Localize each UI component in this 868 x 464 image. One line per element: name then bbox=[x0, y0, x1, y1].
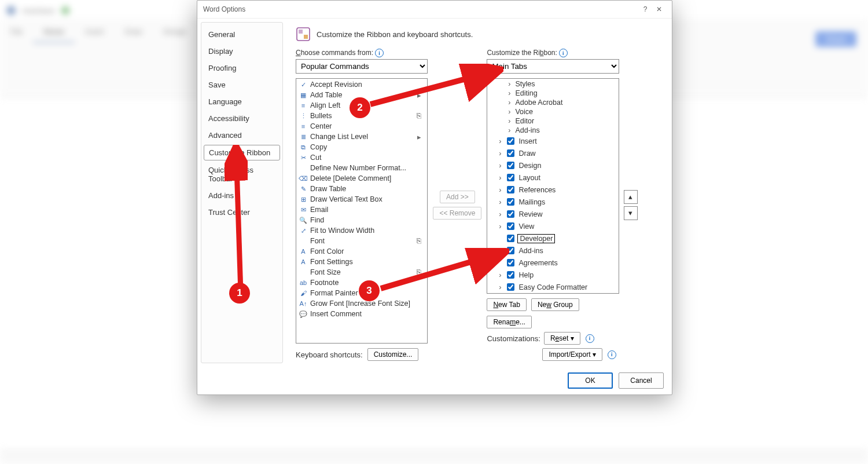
ribbon-tab-item[interactable]: Agreements bbox=[487, 257, 618, 269]
expand-icon[interactable]: › bbox=[496, 149, 503, 158]
new-group-button[interactable]: New Group bbox=[531, 298, 579, 311]
nav-item[interactable]: General bbox=[201, 26, 282, 43]
tab-checkbox[interactable] bbox=[507, 186, 514, 193]
ribbon-tab-item[interactable]: ›Help bbox=[487, 269, 618, 281]
info-icon[interactable]: i bbox=[586, 334, 594, 343]
ribbon-tab-item[interactable]: ›Mailings bbox=[487, 196, 618, 208]
expand-icon[interactable]: › bbox=[496, 210, 503, 218]
tab-checkbox[interactable] bbox=[507, 271, 514, 279]
import-export-button[interactable]: Import/Export ▾ bbox=[542, 348, 602, 361]
new-tab-button[interactable]: New Tab bbox=[487, 298, 526, 311]
nav-item[interactable]: Customize Ribbon bbox=[204, 145, 280, 160]
ribbon-tab-item[interactable]: Developer bbox=[487, 232, 618, 244]
ribbon-tab-item[interactable]: ›Insert bbox=[487, 135, 618, 147]
commands-listbox[interactable]: ✓Accept Revision▦Add Table▸≡Align Left⋮B… bbox=[296, 78, 428, 344]
tab-checkbox[interactable] bbox=[507, 149, 514, 157]
cancel-button[interactable]: Cancel bbox=[619, 372, 664, 389]
tab-checkbox[interactable] bbox=[507, 247, 514, 254]
nav-item[interactable]: Proofing bbox=[201, 60, 282, 76]
command-item[interactable]: ✎Draw Table bbox=[296, 184, 427, 194]
ribbon-tab-item[interactable]: ›Editor bbox=[487, 116, 618, 126]
info-icon[interactable]: i bbox=[608, 350, 616, 359]
ribbon-tab-item[interactable]: ›View bbox=[487, 220, 618, 232]
tab-checkbox[interactable] bbox=[507, 210, 514, 218]
tab-checkbox[interactable] bbox=[507, 162, 514, 169]
close-button[interactable]: ✕ bbox=[652, 5, 666, 13]
command-item[interactable]: ✉Email bbox=[296, 204, 427, 215]
command-item[interactable]: ≣Change List Level▸ bbox=[296, 131, 427, 142]
ribbon-tab-item[interactable]: ›Voice bbox=[487, 107, 618, 116]
expand-icon[interactable]: › bbox=[496, 271, 503, 279]
info-icon[interactable]: i bbox=[559, 49, 568, 57]
expand-icon[interactable]: › bbox=[506, 98, 513, 107]
tab-checkbox[interactable] bbox=[507, 198, 514, 206]
ribbon-tab-item[interactable]: ›Design bbox=[487, 159, 618, 171]
tab-checkbox[interactable] bbox=[507, 222, 514, 230]
expand-icon[interactable]: › bbox=[506, 89, 513, 97]
command-item[interactable]: AFont Color bbox=[296, 246, 427, 257]
nav-item[interactable]: Trust Center bbox=[201, 204, 282, 221]
command-item[interactable]: ⧉Copy bbox=[296, 142, 427, 152]
add-button[interactable]: Add >> bbox=[440, 191, 475, 203]
choose-commands-combo[interactable]: Popular Commands bbox=[296, 59, 428, 74]
nav-item[interactable]: Add-ins bbox=[201, 187, 282, 204]
expand-icon[interactable]: › bbox=[496, 283, 503, 291]
ribbon-tab-item[interactable]: ›Review bbox=[487, 208, 618, 220]
rename-button[interactable]: Rename... bbox=[487, 316, 531, 328]
ribbon-tab-item[interactable]: ›Layout bbox=[487, 171, 618, 184]
expand-icon[interactable]: › bbox=[496, 162, 503, 170]
expand-icon[interactable]: › bbox=[496, 186, 503, 194]
remove-button[interactable]: << Remove bbox=[433, 207, 481, 220]
expand-icon[interactable]: › bbox=[496, 174, 503, 182]
command-item[interactable]: Define New Number Format... bbox=[296, 163, 427, 173]
reset-button[interactable]: Reset ▾ bbox=[544, 332, 580, 345]
expand-icon[interactable]: › bbox=[506, 126, 513, 134]
command-item[interactable]: ⌫Delete [Delete Comment] bbox=[296, 173, 427, 184]
tab-checkbox[interactable] bbox=[507, 283, 514, 291]
expand-icon[interactable]: › bbox=[506, 117, 513, 125]
ribbon-tab-item[interactable]: ›Add-ins bbox=[487, 126, 618, 135]
customize-keyboard-button[interactable]: Customize... bbox=[367, 348, 419, 361]
ribbon-tab-item[interactable]: ›Editing bbox=[487, 89, 618, 98]
expand-icon[interactable]: › bbox=[496, 137, 503, 145]
expand-icon[interactable]: › bbox=[496, 198, 503, 206]
ribbon-tab-item[interactable]: ›References bbox=[487, 184, 618, 196]
command-item[interactable]: A↑Grow Font [Increase Font Size] bbox=[296, 298, 427, 309]
expand-icon[interactable]: › bbox=[506, 80, 513, 88]
nav-item[interactable]: Display bbox=[201, 43, 282, 60]
command-item[interactable]: 💬Insert Comment bbox=[296, 309, 427, 319]
move-down-button[interactable]: ▾ bbox=[624, 206, 638, 220]
help-button[interactable]: ? bbox=[638, 5, 652, 13]
ok-button[interactable]: OK bbox=[568, 372, 613, 389]
command-item[interactable]: 🔍Find bbox=[296, 215, 427, 225]
command-item[interactable]: ✓Accept Revision bbox=[296, 79, 427, 90]
ribbon-tab-item[interactable]: ›Draw bbox=[487, 147, 618, 159]
nav-item[interactable]: Save bbox=[201, 76, 282, 93]
ribbon-tab-item[interactable]: ›Adobe Acrobat bbox=[487, 98, 618, 107]
tab-checkbox[interactable] bbox=[507, 235, 514, 242]
customize-ribbon-combo[interactable]: Main Tabs bbox=[487, 59, 619, 74]
info-icon[interactable]: i bbox=[375, 49, 384, 57]
command-item[interactable]: Font Size⎘ bbox=[296, 267, 427, 277]
command-item[interactable]: AFont Settings bbox=[296, 257, 427, 267]
command-item[interactable]: Font⎘ bbox=[296, 236, 427, 246]
tab-checkbox[interactable] bbox=[507, 174, 514, 181]
ribbon-tab-item[interactable]: ›Styles bbox=[487, 79, 618, 89]
ribbon-tab-item[interactable]: ›Acrobat bbox=[487, 293, 618, 294]
command-item[interactable]: ≡Center bbox=[296, 121, 427, 131]
tab-checkbox[interactable] bbox=[507, 259, 514, 266]
command-item[interactable]: ✂Cut bbox=[296, 152, 427, 163]
move-up-button[interactable]: ▴ bbox=[624, 190, 638, 204]
nav-item[interactable]: Quick Access Toolbar bbox=[201, 162, 282, 187]
nav-item[interactable]: Accessibility bbox=[201, 110, 282, 127]
ribbon-tabs-tree[interactable]: ›Styles›Editing›Adobe Acrobat›Voice›Edit… bbox=[487, 78, 619, 294]
nav-item[interactable]: Language bbox=[201, 93, 282, 110]
ribbon-tab-item[interactable]: Add-ins bbox=[487, 244, 618, 257]
expand-icon[interactable]: › bbox=[506, 108, 513, 116]
expand-icon[interactable]: › bbox=[496, 222, 503, 231]
tab-checkbox[interactable] bbox=[507, 137, 514, 145]
nav-item[interactable]: Advanced bbox=[201, 127, 282, 144]
command-item[interactable]: ⤢Fit to Window Width bbox=[296, 225, 427, 236]
command-item[interactable]: ⊞Draw Vertical Text Box bbox=[296, 194, 427, 204]
ribbon-tab-item[interactable]: ›Easy Code Formatter bbox=[487, 281, 618, 293]
